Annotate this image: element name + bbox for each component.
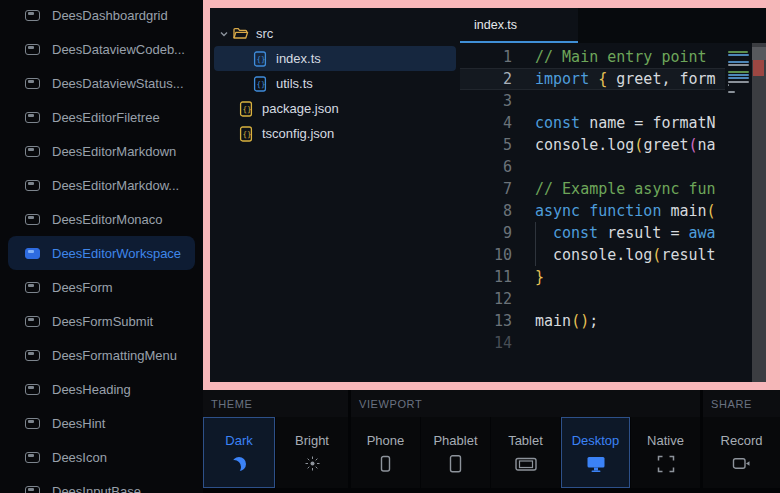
minimap-line xyxy=(728,54,749,56)
sidebar-item-deesdataviewcodeb[interactable]: DeesDataviewCodeb... xyxy=(8,32,195,66)
sidebar-item-label: DeesDataviewCodeb... xyxy=(52,42,185,57)
sidebar-item-deesdashboardgrid[interactable]: DeesDashboardgrid xyxy=(8,0,195,32)
dark-button[interactable]: Dark xyxy=(203,417,275,488)
line-number: 14 xyxy=(460,332,512,354)
component-icon xyxy=(25,214,40,225)
code-editor[interactable]: 1// Main entry point2import { greet, for… xyxy=(460,43,766,382)
button-label: Phone xyxy=(367,433,405,448)
sidebar-item-label: DeesEditorFiletree xyxy=(52,110,160,125)
moon-icon xyxy=(232,457,246,471)
toolbar-section-title: THEME xyxy=(203,390,348,417)
sidebar-item-deesdataviewstatus[interactable]: DeesDataviewStatus... xyxy=(8,66,195,100)
line-number: 8 xyxy=(460,200,512,222)
file-json-icon: {} xyxy=(239,126,253,142)
tab-label: index.ts xyxy=(474,18,517,32)
phablet-button[interactable]: Phablet xyxy=(421,417,490,488)
component-icon xyxy=(25,316,40,327)
button-label: Record xyxy=(721,433,763,448)
sidebar-item-label: DeesDataviewStatus... xyxy=(52,76,184,91)
minimap-line xyxy=(728,61,749,63)
button-label: Dark xyxy=(225,433,252,448)
sidebar-item-deesheading[interactable]: DeesHeading xyxy=(8,372,195,406)
sidebar-item-deesinputbase[interactable]: DeesInputBase xyxy=(8,474,195,493)
native-button[interactable]: Native xyxy=(631,417,700,488)
tree-item-tsconfig.json[interactable]: {}tsconfig.json xyxy=(214,121,456,146)
button-label: Phablet xyxy=(433,433,477,448)
toolbar-section-title: SHARE xyxy=(703,390,780,417)
folder-open-icon xyxy=(232,26,249,41)
sidebar-item-deeseditorworkspace[interactable]: DeesEditorWorkspace xyxy=(8,236,195,270)
scrollbar-marker xyxy=(753,60,764,76)
record-button[interactable]: Record xyxy=(703,417,780,488)
tablet-button[interactable]: Tablet xyxy=(491,417,560,488)
native-icon xyxy=(657,455,675,473)
component-list-sidebar: DeesDashboardgridDeesDataviewCodeb...Dee… xyxy=(0,0,203,493)
line-number: 3 xyxy=(460,90,512,112)
tab-index-ts[interactable]: index.ts xyxy=(460,8,578,43)
desktop-button[interactable]: Desktop xyxy=(561,417,630,488)
sidebar-item-deesformsubmit[interactable]: DeesFormSubmit xyxy=(8,304,195,338)
line-number: 5 xyxy=(460,134,512,156)
line-number: 1 xyxy=(460,46,512,68)
code-line: 8async function main( xyxy=(460,200,766,222)
code-line: 11} xyxy=(460,266,766,288)
bright-button[interactable]: Bright xyxy=(276,417,348,488)
component-icon xyxy=(25,282,40,293)
sidebar-item-deeshint[interactable]: DeesHint xyxy=(8,406,195,440)
sidebar-item-label: DeesEditorMonaco xyxy=(52,212,163,227)
tree-item-package.json[interactable]: {}package.json xyxy=(214,96,456,121)
sidebar-item-deesformattingmenu[interactable]: DeesFormattingMenu xyxy=(8,338,195,372)
sidebar-item-label: DeesIcon xyxy=(52,450,107,465)
code-text: } xyxy=(535,266,544,288)
line-number: 12 xyxy=(460,288,512,310)
minimap-line xyxy=(728,51,748,53)
phone-button[interactable]: Phone xyxy=(351,417,420,488)
file-ts-icon: {} xyxy=(253,51,267,67)
component-icon xyxy=(25,452,40,463)
toolbar-section-share: SHARERecord xyxy=(703,390,780,488)
component-icon xyxy=(25,486,40,493)
button-label: Native xyxy=(647,433,684,448)
line-number: 7 xyxy=(460,178,512,200)
sidebar-item-deeseditormarkdow[interactable]: DeesEditorMarkdow... xyxy=(8,168,195,202)
component-icon xyxy=(25,10,40,21)
button-label: Tablet xyxy=(508,433,543,448)
tree-item-src[interactable]: src xyxy=(214,21,456,46)
line-number: 6 xyxy=(460,156,512,178)
sidebar-item-label: DeesEditorMarkdow... xyxy=(52,178,179,193)
tree-item-index.ts[interactable]: {}index.ts xyxy=(214,46,456,71)
record-icon xyxy=(732,456,751,471)
svg-text:{}: {} xyxy=(242,104,251,113)
sidebar-item-deeseditormarkdown[interactable]: DeesEditorMarkdown xyxy=(8,134,195,168)
indent-guide xyxy=(535,222,553,244)
sidebar-item-deeseditorfiletree[interactable]: DeesEditorFiletree xyxy=(8,100,195,134)
editor-tab-bar: index.ts xyxy=(460,8,766,43)
minimap[interactable] xyxy=(725,43,752,382)
sidebar-item-deeseditormonaco[interactable]: DeesEditorMonaco xyxy=(8,202,195,236)
minimap-line xyxy=(725,94,752,97)
sidebar-item-label: DeesInputBase xyxy=(52,484,141,493)
line-number: 9 xyxy=(460,222,512,244)
component-icon xyxy=(25,44,40,55)
code-text: const name = formatN xyxy=(535,112,716,134)
code-text: console.log(greet(na xyxy=(535,134,716,156)
sidebar-item-deesicon[interactable]: DeesIcon xyxy=(8,440,195,474)
scrollbar-thumb[interactable] xyxy=(752,47,766,60)
code-text: // Main entry point xyxy=(535,46,707,68)
sidebar-item-deesform[interactable]: DeesForm xyxy=(8,270,195,304)
main-area: src{}index.ts{}utils.ts{}package.json{}t… xyxy=(203,0,780,493)
line-number: 11 xyxy=(460,266,512,288)
code-line: 6 xyxy=(460,156,766,178)
scrollbar-track[interactable] xyxy=(752,43,766,382)
preview-pane: src{}index.ts{}utils.ts{}package.json{}t… xyxy=(203,0,780,390)
code-text: main(); xyxy=(535,310,598,332)
sidebar-item-label: DeesFormattingMenu xyxy=(52,348,177,363)
tree-item-utils.ts[interactable]: {}utils.ts xyxy=(214,71,456,96)
tablet-icon xyxy=(515,456,537,472)
sidebar-item-label: DeesEditorWorkspace xyxy=(52,246,181,261)
tree-item-label: utils.ts xyxy=(276,76,313,91)
tree-item-label: index.ts xyxy=(276,51,321,66)
minimap-line xyxy=(728,74,749,76)
code-line: 9const result = awa xyxy=(460,222,766,244)
tree-item-label: src xyxy=(256,26,273,41)
